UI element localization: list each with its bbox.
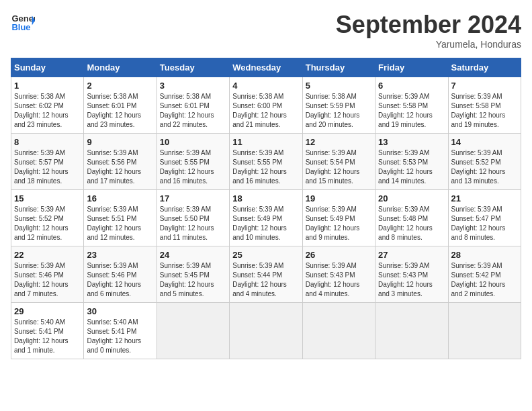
day-cell: 7Sunrise: 5:39 AM Sunset: 5:58 PM Daylig… — [448, 77, 521, 134]
day-info: Sunrise: 5:39 AM Sunset: 5:52 PM Dayligh… — [14, 205, 81, 242]
day-number: 23 — [87, 250, 153, 260]
day-info: Sunrise: 5:39 AM Sunset: 5:54 PM Dayligh… — [306, 148, 372, 186]
day-number: 30 — [87, 306, 153, 316]
day-number: 25 — [232, 250, 299, 260]
day-cell: 25Sunrise: 5:39 AM Sunset: 5:44 PM Dayli… — [230, 246, 302, 303]
day-cell: 11Sunrise: 5:39 AM Sunset: 5:55 PM Dayli… — [230, 134, 302, 190]
day-info: Sunrise: 5:39 AM Sunset: 5:42 PM Dayligh… — [451, 261, 518, 299]
day-info: Sunrise: 5:39 AM Sunset: 5:53 PM Dayligh… — [378, 148, 445, 186]
day-number: 28 — [451, 250, 518, 260]
day-cell: 6Sunrise: 5:39 AM Sunset: 5:58 PM Daylig… — [375, 77, 448, 134]
day-info: Sunrise: 5:39 AM Sunset: 5:58 PM Dayligh… — [378, 92, 445, 130]
calendar-table: SundayMondayTuesdayWednesdayThursdayFrid… — [11, 58, 521, 359]
day-cell: 4Sunrise: 5:38 AM Sunset: 6:00 PM Daylig… — [230, 77, 302, 134]
day-cell: 2Sunrise: 5:38 AM Sunset: 6:01 PM Daylig… — [84, 77, 157, 134]
day-info: Sunrise: 5:39 AM Sunset: 5:46 PM Dayligh… — [87, 261, 153, 299]
day-number: 19 — [306, 193, 372, 203]
day-number: 1 — [14, 81, 81, 91]
day-info: Sunrise: 5:38 AM Sunset: 5:59 PM Dayligh… — [306, 92, 372, 130]
day-number: 4 — [232, 81, 299, 91]
day-info: Sunrise: 5:39 AM Sunset: 5:48 PM Dayligh… — [378, 205, 445, 242]
day-number: 8 — [14, 137, 81, 147]
day-cell: 14Sunrise: 5:39 AM Sunset: 5:52 PM Dayli… — [448, 134, 521, 190]
day-cell: 18Sunrise: 5:39 AM Sunset: 5:49 PM Dayli… — [230, 190, 302, 246]
day-cell: 24Sunrise: 5:39 AM Sunset: 5:45 PM Dayli… — [157, 246, 229, 303]
day-number: 9 — [87, 137, 153, 147]
day-info: Sunrise: 5:38 AM Sunset: 6:00 PM Dayligh… — [232, 92, 299, 130]
day-number: 20 — [378, 193, 445, 203]
col-header-monday: Monday — [84, 58, 157, 77]
logo: General Blue — [11, 11, 35, 35]
day-cell: 29Sunrise: 5:40 AM Sunset: 5:41 PM Dayli… — [11, 303, 84, 359]
col-header-wednesday: Wednesday — [230, 58, 302, 77]
month-title: September 2024 — [336, 11, 521, 39]
day-info: Sunrise: 5:39 AM Sunset: 5:44 PM Dayligh… — [232, 261, 299, 299]
page-header: General Blue September 2024 Yarumela, Ho… — [11, 11, 521, 50]
calendar-header: SundayMondayTuesdayWednesdayThursdayFrid… — [11, 58, 521, 77]
calendar-body: 1Sunrise: 5:38 AM Sunset: 6:02 PM Daylig… — [11, 77, 521, 359]
day-info: Sunrise: 5:39 AM Sunset: 5:52 PM Dayligh… — [451, 148, 518, 186]
day-number: 2 — [87, 81, 153, 91]
day-number: 18 — [232, 193, 299, 203]
day-number: 27 — [378, 250, 445, 260]
day-cell: 23Sunrise: 5:39 AM Sunset: 5:46 PM Dayli… — [84, 246, 157, 303]
week-row: 1Sunrise: 5:38 AM Sunset: 6:02 PM Daylig… — [11, 77, 521, 134]
day-info: Sunrise: 5:39 AM Sunset: 5:49 PM Dayligh… — [232, 205, 299, 242]
day-number: 3 — [160, 81, 226, 91]
week-row: 8Sunrise: 5:39 AM Sunset: 5:57 PM Daylig… — [11, 134, 521, 190]
day-number: 22 — [14, 250, 81, 260]
day-info: Sunrise: 5:39 AM Sunset: 5:56 PM Dayligh… — [87, 148, 153, 186]
day-info: Sunrise: 5:39 AM Sunset: 5:45 PM Dayligh… — [160, 261, 226, 299]
day-info: Sunrise: 5:39 AM Sunset: 5:51 PM Dayligh… — [87, 205, 153, 242]
day-cell — [230, 303, 302, 359]
col-header-friday: Friday — [375, 58, 448, 77]
day-number: 17 — [160, 193, 226, 203]
day-number: 11 — [232, 137, 299, 147]
day-cell: 1Sunrise: 5:38 AM Sunset: 6:02 PM Daylig… — [11, 77, 84, 134]
week-row: 22Sunrise: 5:39 AM Sunset: 5:46 PM Dayli… — [11, 246, 521, 303]
day-cell: 5Sunrise: 5:38 AM Sunset: 5:59 PM Daylig… — [302, 77, 375, 134]
day-cell: 27Sunrise: 5:39 AM Sunset: 5:43 PM Dayli… — [375, 246, 448, 303]
day-info: Sunrise: 5:39 AM Sunset: 5:47 PM Dayligh… — [451, 205, 518, 242]
day-number: 12 — [306, 137, 372, 147]
day-cell: 9Sunrise: 5:39 AM Sunset: 5:56 PM Daylig… — [84, 134, 157, 190]
day-info: Sunrise: 5:38 AM Sunset: 6:01 PM Dayligh… — [87, 92, 153, 130]
day-number: 10 — [160, 137, 226, 147]
day-info: Sunrise: 5:39 AM Sunset: 5:55 PM Dayligh… — [232, 148, 299, 186]
day-cell — [375, 303, 448, 359]
day-cell: 16Sunrise: 5:39 AM Sunset: 5:51 PM Dayli… — [84, 190, 157, 246]
col-header-tuesday: Tuesday — [157, 58, 229, 77]
day-info: Sunrise: 5:38 AM Sunset: 6:02 PM Dayligh… — [14, 92, 81, 130]
day-cell: 20Sunrise: 5:39 AM Sunset: 5:48 PM Dayli… — [375, 190, 448, 246]
day-cell: 28Sunrise: 5:39 AM Sunset: 5:42 PM Dayli… — [448, 246, 521, 303]
day-cell: 22Sunrise: 5:39 AM Sunset: 5:46 PM Dayli… — [11, 246, 84, 303]
day-number: 16 — [87, 193, 153, 203]
day-number: 29 — [14, 306, 81, 316]
day-info: Sunrise: 5:39 AM Sunset: 5:46 PM Dayligh… — [14, 261, 81, 299]
col-header-thursday: Thursday — [302, 58, 375, 77]
day-number: 6 — [378, 81, 445, 91]
day-info: Sunrise: 5:39 AM Sunset: 5:57 PM Dayligh… — [14, 148, 81, 186]
col-header-saturday: Saturday — [448, 58, 521, 77]
day-cell: 17Sunrise: 5:39 AM Sunset: 5:50 PM Dayli… — [157, 190, 229, 246]
day-cell: 30Sunrise: 5:40 AM Sunset: 5:41 PM Dayli… — [84, 303, 157, 359]
day-cell: 3Sunrise: 5:38 AM Sunset: 6:01 PM Daylig… — [157, 77, 229, 134]
location-subtitle: Yarumela, Honduras — [336, 39, 521, 50]
day-cell: 8Sunrise: 5:39 AM Sunset: 5:57 PM Daylig… — [11, 134, 84, 190]
day-info: Sunrise: 5:39 AM Sunset: 5:58 PM Dayligh… — [451, 92, 518, 130]
day-cell: 12Sunrise: 5:39 AM Sunset: 5:54 PM Dayli… — [302, 134, 375, 190]
day-info: Sunrise: 5:39 AM Sunset: 5:49 PM Dayligh… — [306, 205, 372, 242]
day-number: 24 — [160, 250, 226, 260]
day-number: 7 — [451, 81, 518, 91]
day-info: Sunrise: 5:40 AM Sunset: 5:41 PM Dayligh… — [14, 318, 81, 355]
svg-text:Blue: Blue — [11, 22, 30, 32]
day-cell: 19Sunrise: 5:39 AM Sunset: 5:49 PM Dayli… — [302, 190, 375, 246]
day-number: 26 — [306, 250, 372, 260]
day-cell: 13Sunrise: 5:39 AM Sunset: 5:53 PM Dayli… — [375, 134, 448, 190]
week-row: 15Sunrise: 5:39 AM Sunset: 5:52 PM Dayli… — [11, 190, 521, 246]
day-cell — [157, 303, 229, 359]
day-number: 13 — [378, 137, 445, 147]
day-number: 21 — [451, 193, 518, 203]
day-info: Sunrise: 5:39 AM Sunset: 5:55 PM Dayligh… — [160, 148, 226, 186]
day-number: 15 — [14, 193, 81, 203]
